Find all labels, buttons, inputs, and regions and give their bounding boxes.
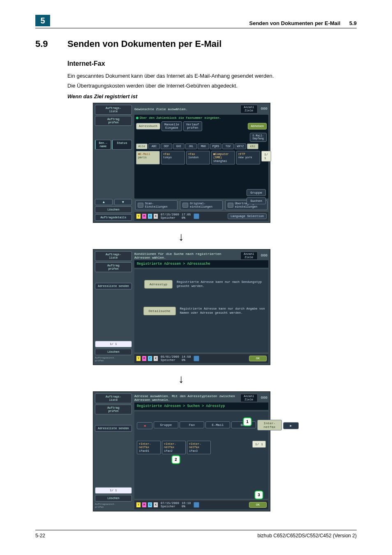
callout-3: 3 [254,490,263,500]
page-box: 1/ 1 [95,487,132,494]
callout-2: 2 [171,455,180,464]
page-number: 5-22 [35,533,45,539]
item-ifax2[interactable]: ✆Inter-netfaxifax2 [162,441,186,454]
ben-name-label: Ben.-name [95,140,111,150]
subheading: Internet-Fax [67,60,357,67]
doc-icon [194,356,199,361]
dest-shanghai[interactable]: ▣Computer(SMB)shanghai [211,151,235,164]
detailsearch-desc: Registrierte Adresse kann nur durch Anga… [180,307,266,315]
tab-history[interactable]: Verlaufprüfen [183,121,202,131]
alpha-filter-row: Alle ABC DEF GHI JKL MNO PQRS TUV WXYZ e… [136,143,267,149]
header-secnum: 5.9 [349,20,357,26]
ok-button[interactable]: OK [249,502,267,508]
type-internetfax[interactable]: Inter-netfax [257,420,282,430]
job-settings-check[interactable]: Auftragseinst.prüfen [95,356,132,363]
type-right-arrow[interactable]: ▶ [283,422,299,429]
scan-settings-button[interactable]: Scan-Einstellungen [135,200,178,210]
nav-arrows[interactable]: ▲ ▼ [95,199,132,205]
comm-icon [228,203,233,208]
dest-count: 000 [260,396,268,400]
screenshot-1: Auftrags-liste Auftragprüfen Ben.-name S… [93,103,270,223]
dest-count-label: AnzahlZiele [240,394,258,402]
email-recv-button[interactable]: E-Mail-Empfang [250,133,267,142]
jobs-list-button[interactable]: Auftrags-liste [95,393,132,403]
group-button[interactable]: Gruppe [247,189,266,196]
doc-icon [194,502,199,508]
status-time: 16:180% [182,502,191,508]
type-left-arrow[interactable]: ◀ [137,422,152,429]
ok-button[interactable]: OK [249,356,267,361]
ymck-icon: YMCK [136,213,158,219]
page-box: 1/ 1 [95,341,132,347]
screenshot-3: Auftrags-liste Auftragprüfen Adressliste… [93,391,270,511]
status-time: 17:050% [182,213,191,220]
section-title: 5.9Senden von Dokumenten per E-Mail [35,39,357,49]
language-button[interactable]: Language Selection [228,213,267,219]
callout-1: 1 [243,417,252,426]
panel-message: Konditionen für die Suche nach registrie… [134,251,238,260]
delete-button[interactable]: Löschen [95,495,132,502]
section-number: 5.9 [35,39,67,49]
send-addresslist-button[interactable]: Adressliste senden [95,283,132,289]
status-date: 07/15/2009Speicher [161,502,179,508]
dest-count: 000 [260,107,268,111]
alpha-mno[interactable]: MNO [198,143,209,149]
page-indicator: 1/ 1 [261,151,271,162]
screenshot-2: Auftrags-liste Auftragprüfen Adressliste… [93,249,270,365]
alpha-all[interactable]: Alle [136,143,148,149]
type-group[interactable]: Gruppe [154,421,178,428]
offhook-button[interactable]: Abheben [248,123,267,130]
alpha-ghi[interactable]: GHI [173,143,184,149]
breadcrumb: Registrierte Adressen > Adresssuche [134,260,268,268]
alpha-pqrs[interactable]: PQRS [210,143,221,149]
section-heading: Senden von Dokumenten per E-Mail [67,39,221,49]
delete-button[interactable]: Löschen [95,206,132,213]
job-check-button[interactable]: Auftragprüfen [95,405,132,414]
tab-addressbook[interactable]: Adressbuch [136,123,160,130]
status-date: 07/15/2009Speicher [161,213,179,220]
para-em: Wenn das Ziel registriert ist [67,93,357,99]
down-arrow-button[interactable]: ▼ [114,199,132,205]
status-label: Status [112,140,132,150]
result-page-indicator: 1/ 1 [252,441,266,448]
para-1: Ein gescanntes Dokument kann über das In… [67,72,357,80]
type-email[interactable]: E-Mail [205,421,230,428]
delete-button[interactable]: Löschen [95,349,132,355]
up-arrow-button[interactable]: ▲ [95,199,113,205]
status-time: 14:500% [182,355,191,362]
detailsearch-button[interactable]: Detailsuche [143,307,176,315]
search-button[interactable]: Suchen [247,197,266,204]
type-fax[interactable]: Fax [180,421,204,428]
original-settings-button[interactable]: Original-einstellungen [180,200,222,210]
job-details-button[interactable]: Auftragsdetails [95,214,132,221]
tab-manual-input[interactable]: ManuelleEingabe [161,121,182,131]
jobs-list-button[interactable]: Auftrags-liste [95,105,132,115]
job-check-button[interactable]: Auftragprüfen [95,116,132,126]
original-icon [182,203,188,208]
hint-row: Über den Zahlenblock die Faxnummer einge… [136,116,267,120]
send-addresslist-button[interactable]: Adressliste senden [95,425,132,432]
job-settings-check[interactable]: Auftragseinst.prüfen [95,503,132,509]
item-ifax01[interactable]: ✆Inter-netfaxifax01 [137,441,161,454]
dest-paris[interactable]: ■E-Mailparis [136,151,160,164]
header-title: Senden von Dokumenten per E-Mail [249,20,341,26]
alpha-abc[interactable]: ABC [148,143,160,149]
alpha-tuv[interactable]: TUV [222,143,234,149]
alpha-def[interactable]: DEF [161,143,172,149]
jobs-list-button[interactable]: Auftrags-liste [95,251,132,261]
destination-row: ■E-Mailparis ✆Faxtokyo ✆Faxlondon ▣Compu… [136,151,267,164]
dest-london[interactable]: ✆Faxlondon [186,151,210,164]
item-ifax3[interactable]: ✆Inter-netfaxifax3 [187,441,211,454]
down-arrow-1: ↓ [93,230,270,243]
panel-message: Adresse auswählen. Mit den Adresstyptast… [134,393,238,402]
dest-newyork[interactable]: ▢FTPnew york [236,151,260,164]
job-check-button[interactable]: Auftragprüfen [95,262,132,272]
alpha-wxyz[interactable]: WXYZ [235,143,246,149]
alpha-etc[interactable]: etc [247,143,258,149]
alpha-jkl[interactable]: JKL [185,143,197,149]
scan-icon [138,203,143,208]
dest-tokyo[interactable]: ✆Faxtokyo [161,151,185,164]
dest-count-label: AnzahlZiele [240,105,258,113]
dest-count: 000 [260,254,268,258]
addresstype-button[interactable]: Adresstyp [144,280,173,289]
